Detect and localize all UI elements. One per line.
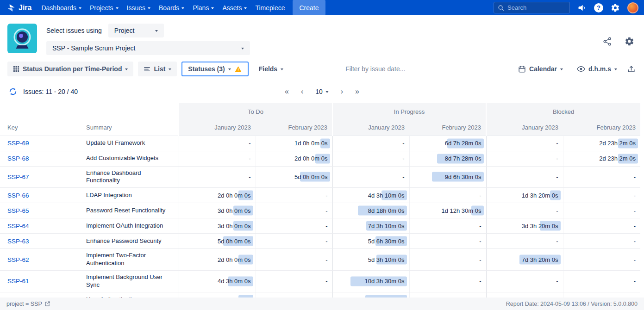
duration-cell: - [256, 249, 332, 271]
duration-value: - [556, 140, 558, 147]
duration-cell: 6d 7h 28m 0s [409, 136, 486, 151]
chevron-down-icon [228, 68, 231, 70]
summary-column-header[interactable]: Summary [79, 120, 179, 136]
key-cell: SSP-65 [0, 203, 79, 218]
key-column-header[interactable]: Key [0, 120, 79, 136]
first-page-button[interactable]: « [285, 87, 289, 96]
duration-value: 4d 3h 10m 0s [368, 192, 405, 199]
column-header-row: Key Summary January 2023 February 2023 J… [0, 120, 640, 136]
duration-value: - [325, 223, 327, 229]
create-button[interactable]: Create [293, 0, 325, 15]
duration-value: 5d 0h 0m 0s [294, 174, 328, 180]
duration-value: - [402, 140, 404, 147]
issue-key-link[interactable]: SSP-66 [7, 192, 29, 199]
issue-key-link[interactable]: SSP-62 [7, 256, 29, 263]
export-icon[interactable] [625, 63, 637, 74]
duration-value: 8d 18h 0m 0s [368, 207, 405, 214]
duration-format-label: d.h.m.s [588, 65, 611, 73]
announcements-icon[interactable] [577, 3, 587, 13]
nav-item-issues[interactable]: Issues [123, 0, 155, 15]
nav-item-label: Projects [90, 4, 113, 12]
prev-page-button[interactable]: ‹ [301, 87, 303, 96]
nav-menu: DashboardsProjectsIssuesBoardsPlansAsset… [37, 0, 289, 15]
report-type-dropdown[interactable]: Status Duration per Time-Period [7, 62, 133, 76]
issue-key-link[interactable]: SSP-63 [7, 238, 29, 245]
issue-source-dropdown[interactable]: Project [108, 24, 164, 37]
key-cell: SSP-68 [0, 151, 79, 166]
duration-value: - [479, 238, 481, 245]
nav-right-cluster: ? [494, 2, 638, 13]
chevron-down-icon [155, 30, 158, 32]
search-box[interactable] [494, 2, 570, 13]
refresh-icon[interactable] [7, 86, 19, 97]
duration-cell: - [486, 271, 563, 292]
duration-cell: - [179, 166, 256, 188]
duration-cell: - [563, 271, 640, 292]
duration-cell: - [256, 203, 332, 218]
table-row: SSP-67Enhance Dashboard Functionality-5d… [0, 166, 640, 188]
nav-item-assets[interactable]: Assets [218, 0, 251, 15]
duration-cell: - [409, 271, 486, 292]
jql-query-text: project = SSP [6, 301, 42, 307]
duration-value: - [479, 223, 481, 229]
duration-cell: 2d 0h 0m 0s [179, 188, 256, 203]
nav-item-timepiece[interactable]: Timepiece [251, 0, 289, 15]
duration-value: - [556, 238, 558, 245]
duration-value: - [249, 140, 250, 147]
duration-value: - [634, 174, 636, 180]
last-page-button[interactable]: » [355, 87, 359, 96]
duration-value: - [634, 207, 636, 214]
settings-gear-icon[interactable] [624, 36, 635, 47]
duration-cell: - [486, 166, 563, 188]
calendar-dropdown[interactable]: Calendar [513, 62, 569, 76]
user-avatar[interactable] [627, 2, 638, 13]
key-cell: SSP-67 [0, 166, 79, 188]
issue-key-link[interactable]: SSP-65 [7, 207, 29, 214]
duration-cell: 10d 3h 30m 0s [332, 271, 409, 292]
project-dropdown[interactable]: SSP - Sample Scrum Project [46, 41, 250, 55]
duration-value: - [325, 256, 327, 263]
group-header-row: To Do In Progress Blocked [0, 103, 640, 120]
duration-value: 3d 3h 20m 0s [522, 223, 558, 229]
gear-icon[interactable] [610, 3, 620, 13]
duration-cell: 5d 0h 0m 0s [179, 234, 256, 249]
search-icon [498, 5, 504, 11]
share-icon[interactable] [601, 36, 613, 47]
statuses-dropdown[interactable]: Statuses (3) [181, 62, 248, 76]
nav-item-plans[interactable]: Plans [188, 0, 218, 15]
issue-date-filter-input[interactable] [345, 65, 443, 73]
jql-query-link[interactable]: project = SSP [6, 301, 50, 307]
duration-cell: - [409, 188, 486, 203]
page-size-dropdown[interactable]: 10 [315, 88, 329, 95]
duration-cell: - [256, 271, 332, 292]
nav-item-projects[interactable]: Projects [86, 0, 123, 15]
duration-value: - [634, 223, 636, 229]
issue-key-link[interactable]: SSP-61 [7, 278, 29, 285]
jira-logo[interactable]: Jira [4, 3, 37, 12]
fields-dropdown[interactable]: Fields [253, 62, 289, 76]
nav-item-dashboards[interactable]: Dashboards [37, 0, 86, 15]
eye-icon [577, 65, 585, 73]
duration-format-dropdown[interactable]: d.h.m.s [571, 62, 623, 76]
duration-value: - [556, 155, 558, 162]
duration-value: 1d 3h 20m 0s [522, 192, 558, 199]
duration-value: - [634, 256, 636, 263]
nav-item-boards[interactable]: Boards [155, 0, 188, 15]
duration-cell: - [563, 234, 640, 249]
app-logo-icon [7, 24, 37, 53]
duration-value: 2d 0h 0m 0s [294, 155, 328, 162]
issue-key-link[interactable]: SSP-68 [7, 155, 29, 162]
next-page-button[interactable]: › [341, 87, 343, 96]
duration-cell: 2d 23h 2m 0s [563, 136, 640, 151]
table-row: SSP-66LDAP Integration2d 0h 0m 0s-4d 3h … [0, 188, 640, 203]
help-icon[interactable]: ? [594, 3, 603, 12]
report-meta: Report Date: 2024-05-09 13:06 / Version:… [506, 301, 638, 307]
view-dropdown[interactable]: List [138, 62, 177, 76]
issue-key-link[interactable]: SSP-67 [7, 174, 29, 180]
pagination-row: Issues: 11 - 20 / 40 « ‹ 10 › » [0, 84, 644, 99]
duration-cell: 1d 3h 20m 0s [486, 188, 563, 203]
issue-key-link[interactable]: SSP-69 [7, 140, 29, 147]
duration-cell: - [332, 166, 409, 188]
search-input[interactable] [507, 4, 566, 11]
issue-key-link[interactable]: SSP-64 [7, 223, 29, 229]
